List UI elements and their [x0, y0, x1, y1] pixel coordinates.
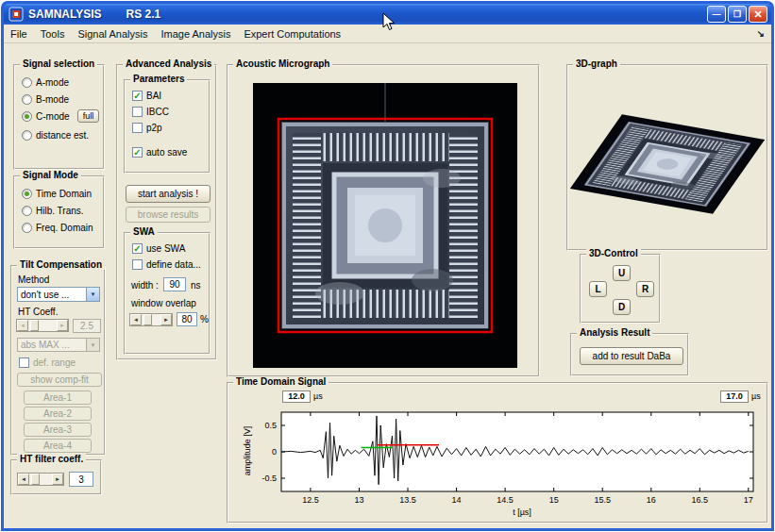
slider-thumb[interactable]	[143, 314, 152, 325]
radio-b-mode[interactable]: B-mode	[22, 94, 69, 105]
slider-thumb[interactable]	[31, 474, 40, 485]
slider-right-icon[interactable]: ►	[160, 314, 172, 325]
svg-text:0: 0	[272, 447, 277, 457]
ht-filter-slider[interactable]: ◄ ►	[17, 473, 64, 486]
menu-file[interactable]: File	[4, 26, 34, 42]
panel-title: Advanced Analysis	[123, 58, 214, 69]
slider-track[interactable]	[142, 314, 160, 325]
maximize-button[interactable]: ❐	[728, 6, 747, 23]
radio-freq-domain[interactable]: Freq. Domain	[22, 223, 93, 233]
panel-title: 3D-Control	[586, 248, 641, 258]
bai-checkbox[interactable]: ✓ BAI	[132, 91, 161, 101]
radio-distance-est[interactable]: distance est.	[22, 130, 89, 141]
rotate-down-button[interactable]: D	[613, 299, 631, 315]
svg-text:0.5: 0.5	[264, 421, 277, 430]
svg-text:14.5: 14.5	[497, 495, 514, 505]
client-area: Signal selection A-mode B-mode C-mode fu…	[4, 43, 771, 528]
menu-tools[interactable]: Tools	[34, 26, 72, 42]
minimize-button[interactable]: —	[707, 6, 726, 23]
panel-title: Acoustic Micrograph	[233, 58, 332, 69]
panel-signal-mode: Signal Mode Time Domain Hilb. Trans. Fre…	[13, 175, 105, 249]
panel-3d-graph: 3D-graph	[566, 64, 768, 251]
use-swa-checkbox[interactable]: ✓ use SWA	[132, 243, 185, 254]
svg-text:14: 14	[452, 495, 462, 505]
overlap-input[interactable]	[177, 312, 197, 326]
dropdown-value: don't use ...	[18, 290, 86, 300]
show-comp-fit-button: show comp-fit	[17, 373, 102, 387]
method-label: Method	[18, 274, 49, 285]
radio-label: B-mode	[36, 94, 69, 105]
svg-text:12.5: 12.5	[302, 495, 319, 505]
ibcc-checkbox[interactable]: ✓ IBCC	[132, 107, 169, 117]
area-1-button: Area-1	[24, 391, 92, 405]
panel-ht-filter: HT filter coeff. ◄ ►	[10, 459, 102, 495]
radio-label: Freq. Domain	[36, 223, 93, 233]
panel-title: SWA	[130, 226, 158, 237]
method-dropdown[interactable]: don't use ... ▼	[17, 287, 100, 302]
panel-title: Tilt Compensation	[17, 259, 105, 270]
menu-signal-analysis[interactable]: Signal Analysis	[71, 26, 154, 42]
svg-text:13.5: 13.5	[399, 495, 416, 505]
dock-figure-icon[interactable]: ↘	[757, 28, 765, 39]
rotate-right-button[interactable]: R	[636, 281, 654, 297]
radio-indicator	[22, 189, 32, 199]
dropdown-arrow-icon[interactable]: ▼	[86, 288, 99, 301]
add-to-result-button[interactable]: add to result DaBa	[580, 347, 683, 365]
rotate-up-button[interactable]: U	[613, 265, 631, 281]
slider-right-icon[interactable]: ►	[52, 474, 63, 485]
radio-label: Hilb. Trans.	[36, 206, 84, 216]
time-domain-plot: 12.51313.51414.51515.51616.5170.50-0.5	[228, 384, 767, 522]
menu-image-analysis[interactable]: Image Analysis	[154, 26, 237, 42]
svg-text:13: 13	[354, 495, 363, 505]
area-4-button: Area-4	[24, 439, 92, 453]
width-input[interactable]	[163, 277, 186, 291]
start-analysis-button[interactable]: start analysis !	[126, 185, 211, 203]
ht-coeff-slider: ◄ ►	[16, 319, 69, 332]
radio-indicator	[22, 223, 32, 233]
checkbox-label: auto save	[146, 147, 187, 158]
browse-results-button: browse results	[126, 207, 211, 223]
panel-title: Signal Mode	[20, 170, 81, 180]
menu-expert-computations[interactable]: Expert Computations	[237, 26, 347, 42]
radio-hilb-trans[interactable]: Hilb. Trans.	[22, 206, 84, 216]
app-window: SAMNALYSIS RS 2.1 — ❐ ✕ File Tools Signa…	[1, 1, 774, 531]
full-button[interactable]: full	[77, 109, 99, 123]
p2p-checkbox[interactable]: ✓ p2p	[132, 123, 162, 133]
radio-label: distance est.	[36, 130, 89, 141]
radio-time-domain[interactable]: Time Domain	[22, 189, 92, 199]
slider-right-icon: ►	[57, 320, 68, 331]
close-button[interactable]: ✕	[749, 6, 767, 23]
ht-coeff-label: HT Coeff.	[18, 307, 58, 317]
slider-left-icon[interactable]: ◄	[18, 474, 29, 485]
checkbox-indicator: ✓	[132, 123, 143, 133]
checkbox-indicator: ✓	[19, 357, 29, 368]
slider-left-icon[interactable]: ◄	[130, 314, 142, 325]
dropdown-value: abs MAX ...	[18, 340, 86, 350]
radio-indicator	[22, 130, 32, 141]
graph-3d-image	[570, 77, 765, 247]
checkbox-label: def. range	[33, 357, 76, 368]
panel-time-domain-signal: Time Domain Signal 12.0 µs 17.0 µs ampli…	[227, 382, 768, 524]
panel-swa: SWA ✓ use SWA ✓ define data... width : n…	[124, 232, 211, 355]
ht-filter-value[interactable]	[69, 472, 93, 487]
panel-acoustic-micrograph: Acoustic Micrograph	[227, 64, 540, 377]
svg-text:16.5: 16.5	[692, 495, 709, 505]
window-overlap-label: window overlap	[131, 298, 196, 308]
svg-text:15: 15	[549, 495, 559, 505]
overlap-slider[interactable]: ◄ ►	[129, 313, 173, 326]
radio-a-mode[interactable]: A-mode	[22, 77, 69, 88]
radio-indicator	[22, 77, 32, 88]
checkbox-label: BAI	[146, 91, 161, 101]
slider-track	[28, 320, 57, 331]
width-label: width :	[131, 280, 159, 291]
auto-save-checkbox[interactable]: ✓ auto save	[132, 147, 187, 158]
radio-c-mode[interactable]: C-mode	[22, 111, 70, 122]
checkbox-indicator: ✓	[132, 91, 143, 101]
define-data-checkbox[interactable]: ✓ define data...	[132, 259, 201, 270]
panel-3d-control: 3D-Control U L R D	[580, 254, 661, 324]
slider-track[interactable]	[29, 474, 52, 485]
checkbox-indicator: ✓	[132, 107, 143, 117]
overlap-unit: %	[200, 314, 209, 324]
rotate-left-button[interactable]: L	[589, 281, 607, 297]
panel-advanced-analysis: Advanced Analysis Parameters ✓ BAI ✓ IBC…	[116, 64, 217, 360]
